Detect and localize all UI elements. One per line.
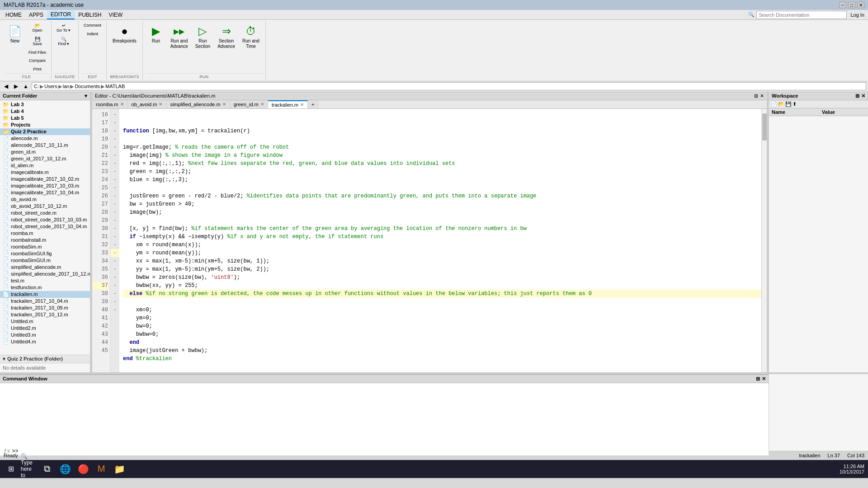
new-button[interactable]: 📄 New (5, 22, 25, 46)
file-aliencode[interactable]: 📄aliencode.m (0, 135, 90, 142)
matlab-icon[interactable]: M (94, 462, 108, 476)
file-imagecal3[interactable]: 📄imagecalibrate_2017_10_03.m (0, 183, 90, 189)
breakpoints-button[interactable]: ● Breakpoints (109, 22, 140, 46)
section-advance-button[interactable]: ⇒ Section Advance (214, 22, 238, 52)
file-aliencode2[interactable]: 📄aliencode_2017_10_11.m (0, 142, 90, 149)
ws-save-btn[interactable]: 💾 (785, 101, 792, 107)
forward-button[interactable]: ▶ (12, 82, 20, 90)
menu-editor[interactable]: EDITOR (47, 10, 75, 19)
file-greenid2[interactable]: 📄green_id_2017_10_12.m (0, 155, 90, 162)
find-button[interactable]: 🔍 Find ▾ (54, 35, 73, 48)
chrome-icon[interactable]: 🔴 (76, 462, 90, 476)
close-greenid-tab[interactable]: ✕ (260, 102, 264, 107)
file-robotstreet[interactable]: 📄robot_street_code.m (0, 210, 90, 216)
run-button[interactable]: ▶ Run (146, 22, 166, 46)
folder-lab3[interactable]: 📁Lab 3 (0, 101, 90, 108)
print-button[interactable]: Print (26, 66, 48, 73)
file-trackalien2[interactable]: 📄trackalien_2017_10_04.m (0, 298, 90, 305)
open-button[interactable]: 📂 Open (26, 22, 48, 34)
current-folder-collapse[interactable]: ▾ (85, 93, 87, 99)
file-trackalien4[interactable]: 📄trackalien_2017_10_12.m (0, 311, 90, 318)
add-tab[interactable]: + (308, 100, 318, 108)
menu-view[interactable]: VIEW (105, 11, 127, 19)
folder-quiz2[interactable]: 📁Quiz 2 Practice (0, 128, 90, 135)
search-documentation-input[interactable] (756, 11, 847, 19)
file-roombainstall[interactable]: 📄roombaInstall.m (0, 237, 90, 244)
file-test[interactable]: 📄test.m (0, 277, 90, 284)
path-bar[interactable]: C: ▶ Users ▶ lan ▶ Documents ▶ MATLAB (32, 82, 866, 90)
editor-close[interactable]: ✕ (760, 93, 764, 99)
ws-new-btn[interactable]: 📄 (771, 101, 777, 107)
file-robotstreet2[interactable]: 📄robot_street_code_2017_10_03.m (0, 216, 90, 223)
workspace-close[interactable]: ✕ (861, 93, 865, 99)
file-obavoid2[interactable]: 📄ob_avoid_2017_10_12.m (0, 203, 90, 210)
file-imagecal[interactable]: 📄imagecalibrate.m (0, 169, 90, 176)
close-simplified-tab[interactable]: ✕ (222, 102, 226, 107)
vertical-scrollbar[interactable] (761, 109, 767, 372)
find-files-button[interactable]: Find Files (26, 49, 48, 56)
file-trackalien3[interactable]: 📄trackalien_2017_10_09.m (0, 305, 90, 311)
close-obavoid-tab[interactable]: ✕ (159, 102, 162, 107)
run-section-button[interactable]: ▷ Run Section (192, 22, 213, 52)
tab-obavoid[interactable]: ob_avoid.m ✕ (128, 100, 167, 108)
minimize-button[interactable]: ─ (839, 2, 846, 8)
file-greenid[interactable]: 📄green_id.m (0, 149, 90, 155)
workspace-undock[interactable]: ⊞ (855, 93, 859, 99)
close-trackalien-tab[interactable]: ✕ (300, 102, 304, 107)
menu-apps[interactable]: APPS (25, 11, 47, 19)
code-editor[interactable]: function [img,bw,xm,ym] = trackalien(r) … (119, 109, 767, 372)
file-list[interactable]: 📁Lab 3 📁Lab 4 📁Lab 5 📁Projects 📁Quiz 2 P… (0, 100, 90, 355)
file-robotstreet3[interactable]: 📄robot_street_code_2017_10_04.m (0, 223, 90, 230)
tab-trackalien[interactable]: trackalien.m ✕ (268, 100, 308, 108)
search-button[interactable]: 🔍 Type here to search (22, 462, 36, 476)
file-obavoid[interactable]: 📄ob_avoid.m (0, 196, 90, 203)
file-simplifiedalien2[interactable]: 📄simplified_aliencode_2017_10_12.m (0, 271, 90, 277)
file-simplifiedalien[interactable]: 📄simplified_aliencode.m (0, 264, 90, 271)
file-testfunction[interactable]: 📄testfunction.m (0, 284, 90, 291)
file-untitled[interactable]: 📄Untitled.m (0, 318, 90, 325)
file-untitled3[interactable]: 📄Untitled3.m (0, 332, 90, 338)
file-trackalien[interactable]: 📄trackalien.m (0, 291, 90, 298)
file-untitled4[interactable]: 📄Untitled4.m (0, 338, 90, 345)
file-untitled2[interactable]: 📄Untitled2.m (0, 325, 90, 332)
file-idalien[interactable]: 📄id_alien.m (0, 162, 90, 169)
edge-icon[interactable]: 🌐 (58, 462, 72, 476)
back-button[interactable]: ◀ (2, 82, 10, 90)
editor-undock[interactable]: ⊞ (754, 93, 758, 99)
folder-label[interactable]: ▾ Quiz 2 Practice (Folder) (0, 355, 90, 363)
editor-pane[interactable]: 1617181920 2122232425 2627282930 3132333… (92, 109, 767, 372)
file-roombasim[interactable]: 📄roombaSim.m (0, 244, 90, 250)
start-button[interactable]: ⊞ (4, 462, 18, 476)
close-roomba-tab[interactable]: ✕ (120, 102, 124, 107)
folder-lab4[interactable]: 📁Lab 4 (0, 108, 90, 115)
close-button[interactable]: ✕ (857, 2, 864, 8)
go-to-button[interactable]: ↵ Go To ▾ (54, 22, 73, 34)
run-and-time-button[interactable]: ⏱ Run and Time (239, 22, 263, 52)
login-button[interactable]: Log In (849, 12, 866, 18)
folder-projects[interactable]: 📁Projects (0, 122, 90, 128)
compare-button[interactable]: Compare (26, 57, 48, 65)
tab-roomba[interactable]: roomba.m ✕ (92, 100, 128, 108)
file-roomba[interactable]: 📄roomba.m (0, 230, 90, 237)
file-roombasimgui-fig[interactable]: 📄roombaSimGUI.fig (0, 250, 90, 257)
comment-button[interactable]: Comment (81, 22, 104, 29)
ws-open-btn[interactable]: 📂 (778, 101, 784, 107)
cmd-undock[interactable]: ⊞ (756, 376, 760, 382)
tab-greenid[interactable]: green_id.m ✕ (230, 100, 268, 108)
command-prompt-area[interactable]: ƒx >> (0, 447, 769, 455)
scrollbar-thumb[interactable] (762, 113, 767, 141)
task-view-button[interactable]: ⧉ (40, 462, 54, 476)
save-button[interactable]: 💾 Save (26, 35, 48, 48)
run-and-advance-button[interactable]: ▶▶ Run and Advance (167, 22, 191, 52)
tab-simplified[interactable]: simplified_aliencode.m ✕ (166, 100, 230, 108)
file-imagecal2[interactable]: 📄imagecalibrate_2017_10_02.m (0, 176, 90, 183)
folder-lab5[interactable]: 📁Lab 5 (0, 115, 90, 122)
command-input[interactable] (20, 448, 765, 455)
menu-publish[interactable]: PUBLISH (75, 11, 105, 19)
file-roombasimgui[interactable]: 📄roombaSimGUI.m (0, 257, 90, 264)
restore-button[interactable]: □ (848, 2, 855, 8)
explorer-icon[interactable]: 📁 (112, 462, 127, 476)
up-button[interactable]: ▲ (22, 82, 30, 90)
menu-home[interactable]: HOME (2, 11, 25, 19)
cmd-close[interactable]: ✕ (762, 376, 766, 382)
